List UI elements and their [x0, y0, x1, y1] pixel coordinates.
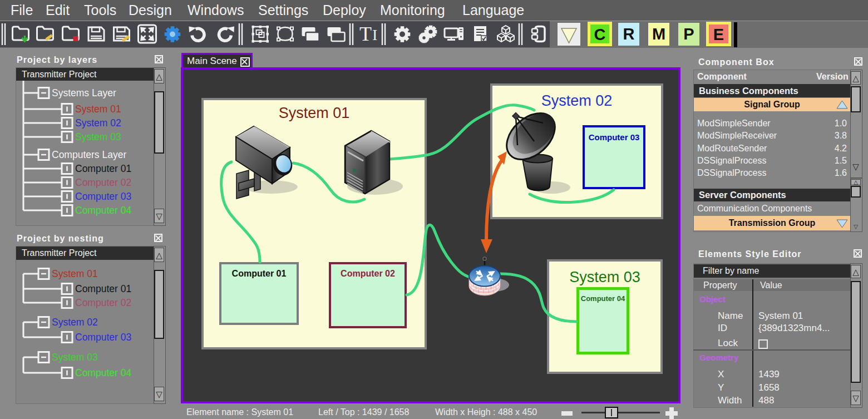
svg-text:I: I [372, 26, 377, 43]
svg-text:T: T [359, 23, 372, 45]
